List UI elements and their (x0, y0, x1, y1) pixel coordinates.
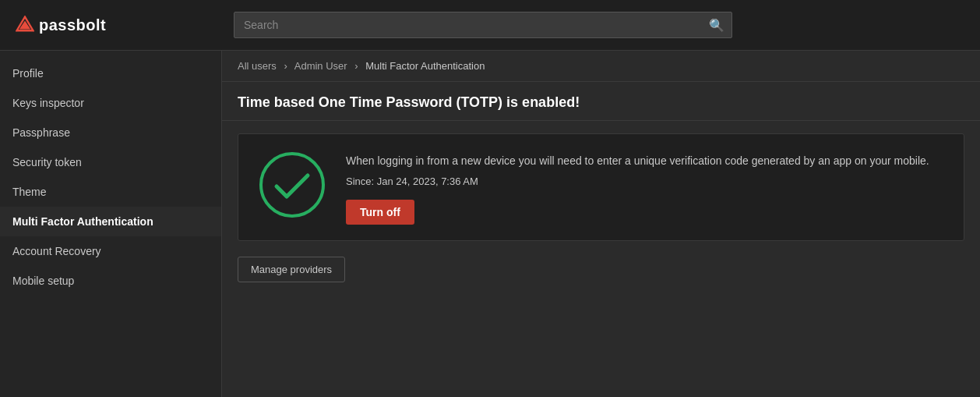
breadcrumb-admin-user[interactable]: Admin User (294, 60, 347, 72)
turn-off-button[interactable]: Turn off (346, 200, 414, 225)
search-input[interactable] (234, 12, 732, 38)
sidebar-item-mfa[interactable]: Multi Factor Authentication (0, 207, 221, 236)
passbolt-logo-icon (16, 16, 34, 34)
totp-since: Since: Jan 24, 2023, 7:36 AM (346, 175, 945, 187)
sidebar-item-profile[interactable]: Profile (0, 58, 221, 88)
check-circle-icon (257, 150, 327, 220)
main-content: All users › Admin User › Multi Factor Au… (222, 51, 980, 397)
sidebar-item-passphrase[interactable]: Passphrase (0, 118, 221, 147)
breadcrumb-all-users[interactable]: All users (238, 60, 277, 72)
search-icon: 🔍 (709, 19, 724, 32)
totp-description: When logging in from a new device you wi… (346, 153, 945, 169)
logo: passbolt (16, 16, 234, 34)
search-container: 🔍 (234, 12, 732, 38)
search-button[interactable]: 🔍 (709, 18, 724, 33)
app-header: passbolt 🔍 (0, 0, 980, 51)
page-title: Time based One Time Password (TOTP) is e… (222, 82, 980, 121)
logo-text: passbolt (39, 16, 106, 34)
sidebar-item-account-recovery[interactable]: Account Recovery (0, 236, 221, 266)
sidebar-item-keys-inspector[interactable]: Keys inspector (0, 88, 221, 118)
breadcrumb-separator-1: › (284, 60, 287, 72)
manage-providers-button[interactable]: Manage providers (238, 257, 345, 282)
breadcrumb-current: Multi Factor Authentication (365, 60, 485, 72)
main-layout: Profile Keys inspector Passphrase Securi… (0, 51, 980, 397)
sidebar: Profile Keys inspector Passphrase Securi… (0, 51, 222, 397)
sidebar-item-mobile-setup[interactable]: Mobile setup (0, 266, 221, 296)
breadcrumb-separator-2: › (354, 60, 358, 72)
breadcrumb: All users › Admin User › Multi Factor Au… (222, 51, 980, 82)
totp-card: When logging in from a new device you wi… (238, 133, 964, 241)
totp-info: When logging in from a new device you wi… (346, 150, 945, 225)
sidebar-item-security-token[interactable]: Security token (0, 147, 221, 177)
sidebar-item-theme[interactable]: Theme (0, 177, 221, 207)
svg-point-2 (261, 154, 323, 216)
